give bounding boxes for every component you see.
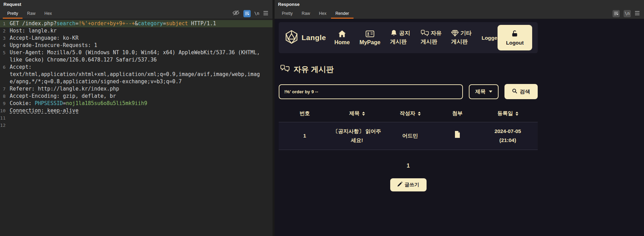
line-number: 9 [0, 100, 10, 107]
pencil-icon [397, 182, 402, 188]
response-tab-render[interactable]: Render [331, 8, 354, 19]
newline-toggle-icon[interactable]: \n [254, 11, 259, 16]
code-line[interactable]: 5User-Agent: Mozilla/5.0 (Windows NT 10.… [0, 49, 272, 64]
rendered-page: Langle Home [279, 22, 538, 191]
code-line[interactable]: 8Accept-Encoding: gzip, deflate, br [0, 93, 272, 100]
column-header-author[interactable]: 작성자 [383, 110, 437, 117]
search-input[interactable] [279, 84, 463, 99]
lock-open-icon [511, 30, 518, 38]
d20-logo-icon [284, 30, 299, 46]
bell-icon [390, 30, 399, 36]
code-line[interactable]: 6Accept: text/html,application/xhtml+xml… [0, 64, 272, 85]
response-tab-bar: Pretty Raw Hex Render \n [275, 8, 644, 19]
wrap-lines-icon[interactable] [243, 10, 251, 17]
page-number[interactable]: 1 [407, 163, 410, 169]
write-button-label: 글쓰기 [405, 182, 419, 188]
nav-item-home[interactable]: Home [334, 30, 350, 46]
logged-in-text: Logge [482, 35, 498, 41]
cell-author: 어드민 [383, 131, 437, 140]
line-content: Connection: keep-alive [10, 107, 272, 114]
navbar: Langle Home [279, 22, 538, 53]
code-line[interactable]: 2Host: langle.kr [0, 27, 272, 35]
request-tab-pretty[interactable]: Pretty [3, 8, 23, 19]
wrap-lines-icon[interactable] [612, 10, 620, 17]
column-header-date[interactable]: 등록일 [478, 110, 538, 117]
request-icon-tray: \n [232, 8, 270, 19]
code-line[interactable]: 12 [0, 122, 272, 129]
nav-item-mypage[interactable]: MyPage [359, 30, 380, 46]
line-content: Upgrade-Insecure-Requests: 1 [10, 42, 272, 49]
line-content [10, 114, 272, 122]
request-tab-bar: Pretty Raw Hex \n [0, 8, 272, 19]
sort-icon [418, 112, 421, 116]
cell-title-link[interactable]: 〔공지사항〕 읽어주세요! [331, 127, 383, 145]
line-number: 10 [0, 107, 10, 114]
render-area: Langle Home [275, 19, 644, 236]
request-tab-raw[interactable]: Raw [23, 8, 40, 19]
response-panel-title: Response [275, 0, 644, 8]
response-tab-raw[interactable]: Raw [297, 8, 314, 19]
code-line[interactable]: 11 [0, 114, 272, 122]
column-header-number: 번호 [279, 110, 331, 117]
line-content [10, 122, 272, 129]
line-number: 2 [0, 27, 10, 35]
line-content: Referer: http://langle.kr/index.php [10, 85, 272, 93]
id-card-icon [365, 30, 375, 39]
menu-icon[interactable] [263, 10, 268, 17]
line-content: Accept-Language: ko-KR [10, 35, 272, 42]
menu-icon[interactable] [635, 10, 640, 17]
line-number: 1 [0, 20, 10, 27]
nav-item-label: MyPage [359, 39, 380, 46]
column-header-title[interactable]: 제목 [331, 110, 383, 117]
write-post-button[interactable]: 글쓰기 [390, 178, 427, 191]
line-number: 8 [0, 93, 10, 100]
category-select[interactable]: 제목 [469, 84, 499, 99]
search-button[interactable]: 검색 [504, 84, 538, 99]
nav-item-etc-board[interactable]: 기타 게시판 [451, 29, 477, 46]
search-row: 제목 검색 [279, 84, 538, 99]
response-tab-pretty[interactable]: Pretty [277, 8, 297, 19]
line-number: 3 [0, 35, 10, 42]
home-icon [338, 30, 346, 39]
code-line[interactable]: 10Connection: keep-alive [0, 107, 272, 114]
chat-bubbles-icon [421, 30, 431, 36]
code-line[interactable]: 1GET /index.php?search=!%'+order+by+9+--… [0, 20, 272, 27]
sort-icon [362, 112, 365, 116]
pagination: 1 [279, 163, 538, 169]
table-row: 1 〔공지사항〕 읽어주세요! 어드민 2024-07-05 (21:04) [279, 122, 538, 150]
cell-date: 2024-07-05 (21:04) [478, 127, 538, 145]
nav-item-notice-board[interactable]: 공지 게시판 [390, 29, 416, 46]
line-content: Accept-Encoding: gzip, deflate, br [10, 93, 272, 100]
search-icon [512, 88, 517, 95]
response-icon-tray: \n [612, 8, 641, 19]
code-line[interactable]: 3Accept-Language: ko-KR [0, 35, 272, 42]
logout-button[interactable]: Logout [498, 25, 532, 50]
line-number: 11 [0, 114, 10, 122]
line-number: 12 [0, 122, 10, 129]
line-number: 6 [0, 64, 10, 85]
cell-number: 1 [279, 131, 331, 140]
code-line[interactable]: 7Referer: http://langle.kr/index.php [0, 85, 272, 93]
visibility-off-icon[interactable] [232, 10, 240, 17]
nav-item-label: Home [334, 39, 350, 46]
brand[interactable]: Langle [284, 30, 326, 46]
request-tab-hex[interactable]: Hex [40, 8, 56, 19]
chevron-down-icon [489, 91, 492, 93]
line-number: 7 [0, 85, 10, 93]
line-content: Accept: text/html,application/xhtml+xml,… [10, 64, 272, 85]
board-title: 자유 게시판 [294, 64, 334, 75]
sort-icon [516, 112, 518, 116]
request-code[interactable]: 1GET /index.php?search=!%'+order+by+9+--… [0, 19, 272, 236]
brand-name: Langle [302, 34, 326, 42]
line-content: User-Agent: Mozilla/5.0 (Windows NT 10.0… [10, 49, 272, 64]
gem-icon [451, 30, 460, 36]
response-tab-hex[interactable]: Hex [314, 8, 331, 19]
newline-toggle-icon[interactable]: \n [624, 10, 631, 17]
category-selected-label: 제목 [475, 88, 486, 95]
file-icon [437, 131, 478, 141]
line-number: 4 [0, 42, 10, 49]
logout-label: Logout [506, 40, 524, 46]
code-line[interactable]: 9Cookie: PHPSESSID=noj1la185su6o8u5li5mk… [0, 100, 272, 107]
nav-item-free-board[interactable]: 자유 게시판 [421, 29, 446, 46]
code-line[interactable]: 4Upgrade-Insecure-Requests: 1 [0, 42, 272, 49]
